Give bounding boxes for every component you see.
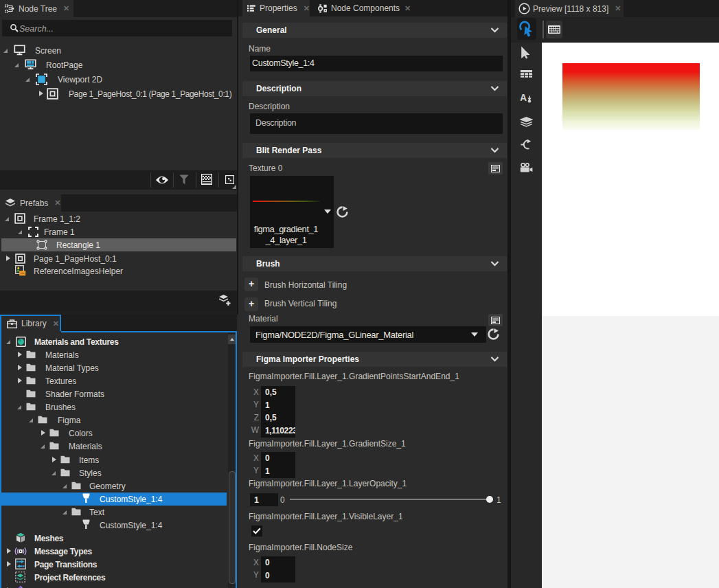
svg-text:A: A: [521, 92, 527, 103]
